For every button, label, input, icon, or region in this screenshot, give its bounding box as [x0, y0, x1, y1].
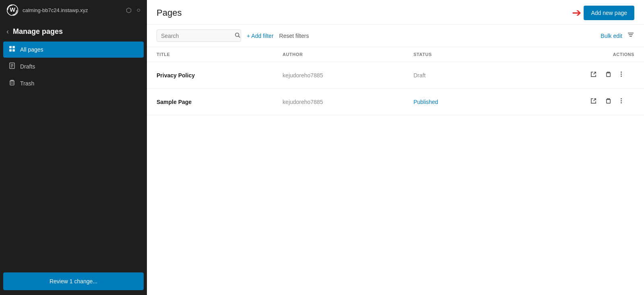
review-changes-button[interactable]: Review 1 change... [3, 272, 144, 290]
external-link-button-privacy[interactable] [588, 70, 599, 81]
bulk-edit-button[interactable]: Bulk edit [601, 33, 622, 39]
sidebar-item-trash-label: Trash [20, 80, 34, 87]
svg-line-14 [239, 36, 240, 38]
drafts-icon [9, 62, 15, 71]
sidebar-nav: All pages Drafts [0, 42, 147, 268]
row-status-privacy: Draft [404, 62, 500, 89]
toolbar-right: Bulk edit [601, 31, 634, 40]
add-new-area: ➔ Add new page [572, 6, 634, 20]
sidebar-footer: Review 1 change... [0, 268, 147, 295]
pages-table: TITLE AUTHOR STATUS ACTIONS Privacy Poli… [147, 47, 644, 115]
svg-point-20 [621, 72, 622, 73]
svg-text:W: W [10, 6, 15, 13]
external-link-icon[interactable]: ⬡ [126, 6, 132, 14]
svg-rect-2 [9, 46, 12, 48]
site-url: calming-bb7c24.instawp.xyz [23, 7, 122, 13]
svg-rect-3 [12, 46, 15, 48]
sidebar-header: ‹ Manage pages [0, 20, 147, 42]
table-row: Sample Page kejudoreho7885 Published [147, 89, 644, 115]
filter-settings-button[interactable] [627, 31, 634, 40]
search-top-icon[interactable]: ○ [136, 6, 140, 14]
wordpress-logo: W [6, 4, 19, 16]
svg-point-25 [621, 98, 622, 100]
svg-rect-10 [10, 81, 14, 85]
back-button[interactable]: ‹ [6, 27, 9, 36]
sidebar-title: Manage pages [13, 27, 63, 36]
row-title-privacy: Privacy Policy [147, 62, 273, 89]
search-box [157, 29, 241, 42]
sidebar-item-trash[interactable]: Trash [3, 75, 144, 91]
delete-button-sample[interactable] [603, 96, 614, 107]
trash-icon [9, 79, 15, 87]
add-filter-button[interactable]: + Add filter [247, 33, 274, 39]
row-author-privacy: kejudoreho7885 [273, 62, 404, 89]
svg-point-26 [621, 100, 622, 102]
search-icon[interactable] [235, 32, 240, 39]
sidebar-top-bar: W calming-bb7c24.instawp.xyz ⬡ ○ [0, 0, 147, 20]
row-actions-privacy [500, 62, 644, 89]
table-body: Privacy Policy kejudoreho7885 Draft [147, 62, 644, 115]
external-link-button-sample[interactable] [588, 96, 599, 107]
sidebar-item-drafts[interactable]: Drafts [3, 58, 144, 75]
add-new-page-button[interactable]: Add new page [584, 6, 634, 20]
table-container: TITLE AUTHOR STATUS ACTIONS Privacy Poli… [147, 47, 644, 295]
svg-point-21 [621, 74, 622, 75]
all-pages-icon [9, 46, 15, 54]
row-status-sample: Published [404, 89, 500, 115]
sidebar-item-drafts-label: Drafts [20, 63, 35, 70]
sidebar: W calming-bb7c24.instawp.xyz ⬡ ○ ‹ Manag… [0, 0, 147, 295]
toolbar: + Add filter Reset filters Bulk edit [147, 25, 644, 47]
row-actions-sample [500, 89, 644, 115]
red-arrow-icon: ➔ [572, 7, 581, 19]
table-header: TITLE AUTHOR STATUS ACTIONS [147, 47, 644, 62]
main-content: Pages ➔ Add new page + Add filter Reset … [147, 0, 644, 295]
col-actions: ACTIONS [500, 47, 644, 62]
col-author: AUTHOR [273, 47, 404, 62]
table-row: Privacy Policy kejudoreho7885 Draft [147, 62, 644, 89]
search-input[interactable] [161, 33, 231, 39]
sidebar-item-all-pages[interactable]: All pages [3, 42, 144, 58]
svg-point-22 [621, 76, 622, 77]
svg-rect-24 [607, 100, 610, 103]
page-title: Pages [157, 8, 182, 18]
main-header: Pages ➔ Add new page [147, 0, 644, 25]
more-actions-button-privacy[interactable] [618, 69, 625, 81]
row-author-sample: kejudoreho7885 [273, 89, 404, 115]
sidebar-item-all-pages-label: All pages [20, 46, 43, 53]
svg-rect-5 [12, 49, 15, 52]
svg-rect-19 [607, 73, 610, 77]
row-title-sample: Sample Page [147, 89, 273, 115]
more-actions-button-sample[interactable] [618, 96, 625, 108]
delete-button-privacy[interactable] [603, 70, 614, 81]
reset-filters-button[interactable]: Reset filters [279, 33, 309, 39]
svg-rect-4 [9, 49, 12, 52]
svg-point-13 [235, 33, 239, 37]
col-status: STATUS [404, 47, 500, 62]
col-title: TITLE [147, 47, 273, 62]
svg-point-27 [621, 102, 622, 104]
top-bar-icons: ⬡ ○ [126, 6, 140, 14]
